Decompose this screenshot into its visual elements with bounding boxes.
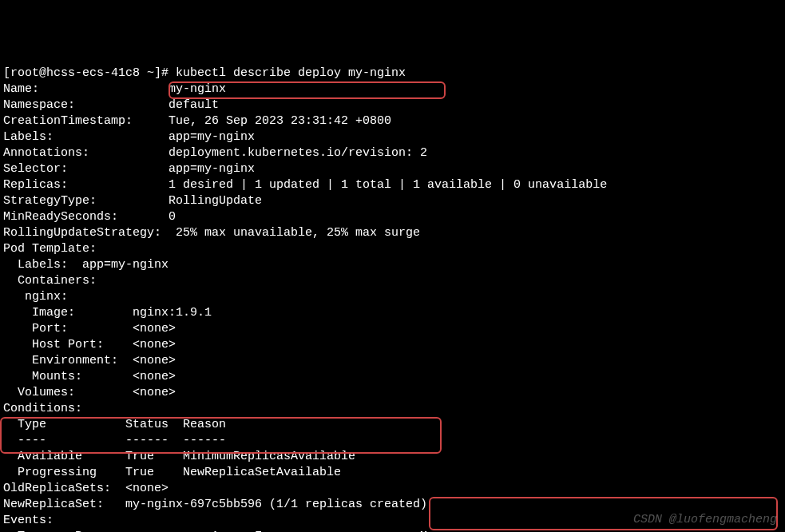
field-replicas-value: 1 desired | 1 updated | 1 total | 1 avai… xyxy=(168,178,607,192)
pt-volumes-label: Volumes: xyxy=(3,386,75,399)
conditions-progressing: Progressing True NewReplicaSetAvailable xyxy=(3,466,341,479)
field-created-value: Tue, 26 Sep 2023 23:31:42 +0800 xyxy=(168,114,391,128)
oldrs-label: OldReplicaSets: xyxy=(3,482,111,495)
field-rolling-value: 25% max unavailable, 25% max surge xyxy=(176,226,420,240)
field-labels-label: Labels: xyxy=(3,130,54,144)
field-strategy-label: StrategyType: xyxy=(3,194,97,208)
field-name-value: my-nginx xyxy=(168,82,226,96)
field-replicas-label: Replicas: xyxy=(3,178,68,192)
field-namespace-value: default xyxy=(168,98,219,112)
field-rolling-label: RollingUpdateStrategy: xyxy=(3,226,161,240)
field-annotations-value: deployment.kubernetes.io/revision: 2 xyxy=(168,146,427,160)
pt-image-label: Image: xyxy=(3,306,75,320)
pt-env-value: <none> xyxy=(133,354,176,367)
pt-volumes-value: <none> xyxy=(133,386,176,399)
field-strategy-value: RollingUpdate xyxy=(168,194,262,208)
pt-nginx: nginx: xyxy=(3,290,68,304)
conditions-available: Available True MinimumReplicasAvailable xyxy=(3,450,355,463)
field-labels-value: app=my-nginx xyxy=(168,130,255,144)
command: kubectl describe deploy my-nginx xyxy=(176,66,406,80)
pt-image-value: nginx:1.9.1 xyxy=(133,306,212,320)
conditions-dash: ---- ------ ------ xyxy=(3,434,226,447)
field-name-label: Name: xyxy=(3,82,39,96)
field-namespace-label: Namespace: xyxy=(3,98,75,112)
pt-labels: Labels: app=my-nginx xyxy=(3,258,168,272)
terminal-output: [root@hcss-ecs-41c8 ~]# kubectl describe… xyxy=(3,66,782,532)
pt-mounts-value: <none> xyxy=(133,370,176,383)
pt-mounts-label: Mounts: xyxy=(3,370,82,383)
field-selector-value: app=my-nginx xyxy=(168,162,255,176)
field-created-label: CreationTimestamp: xyxy=(3,114,133,128)
pt-hostport-label: Host Port: xyxy=(3,338,104,351)
conditions-header: Type Status Reason xyxy=(3,418,226,431)
newrs-label: NewReplicaSet: xyxy=(3,498,104,511)
events-label: Events: xyxy=(3,514,54,527)
pt-env-label: Environment: xyxy=(3,354,118,367)
field-podtemplate-label: Pod Template: xyxy=(3,242,97,256)
conditions-label: Conditions: xyxy=(3,402,82,415)
pt-port-value: <none> xyxy=(133,322,176,335)
oldrs-value: <none> xyxy=(125,482,168,495)
pt-hostport-value: <none> xyxy=(133,338,176,351)
newrs-value: my-nginx-697c5bb596 (1/1 replicas create… xyxy=(125,498,427,511)
field-minready-label: MinReadySeconds: xyxy=(3,210,118,224)
field-minready-value: 0 xyxy=(168,210,176,224)
field-annotations-label: Annotations: xyxy=(3,146,89,160)
pt-containers: Containers: xyxy=(3,274,97,288)
field-selector-label: Selector: xyxy=(3,162,68,176)
prompt: [root@hcss-ecs-41c8 ~]# xyxy=(3,66,176,80)
pt-port-label: Port: xyxy=(3,322,68,335)
